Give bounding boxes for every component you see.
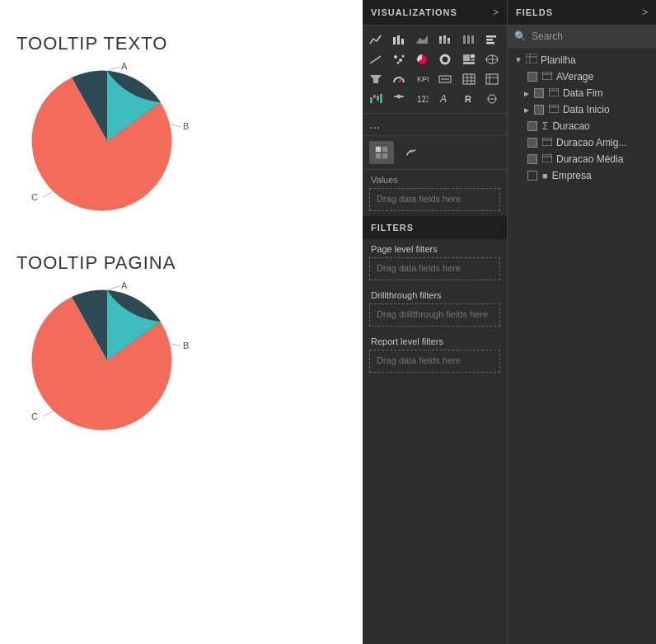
fields-chevron[interactable]: > xyxy=(642,7,648,18)
svg-rect-78 xyxy=(542,138,552,146)
svg-marker-40 xyxy=(370,75,382,83)
viz-icon-card[interactable] xyxy=(435,70,455,88)
field-average-name: AVerage xyxy=(556,71,593,82)
field-duracao-name: Duracao xyxy=(552,120,589,132)
viz-icons-grid: KPI 123 A R xyxy=(363,26,507,114)
svg-rect-34 xyxy=(463,54,470,61)
viz-values-label: Values xyxy=(363,170,507,186)
viz-icon-pie[interactable] xyxy=(412,50,432,68)
viz-icon-area[interactable] xyxy=(412,31,432,49)
list-item[interactable]: ► Data Inicio xyxy=(508,101,656,118)
viz-values-drop[interactable]: Drag data fields here xyxy=(369,188,500,211)
list-item[interactable]: AVerage xyxy=(508,68,656,85)
viz-icon-funnel[interactable] xyxy=(366,70,386,88)
drillthrough-filters-label: Drillthrough filters xyxy=(363,285,507,302)
report-level-filters-drop[interactable]: Drag data fields here xyxy=(369,350,500,373)
tooltip-texto-chart[interactable]: A B C xyxy=(16,63,198,228)
svg-rect-21 xyxy=(447,38,450,40)
tooltip-pagina-chart[interactable]: A B C xyxy=(16,282,198,447)
viz-icon-donut[interactable] xyxy=(435,50,455,68)
svg-rect-53 xyxy=(370,97,373,103)
svg-line-4 xyxy=(43,190,55,197)
viz-icon-number[interactable]: 123 xyxy=(412,90,432,108)
viz-icon-matrix[interactable] xyxy=(482,70,502,88)
viz-format-button[interactable] xyxy=(399,141,424,164)
field-empresa-name: Empresa xyxy=(552,170,592,181)
svg-rect-54 xyxy=(373,95,376,98)
viz-icon-hbar[interactable] xyxy=(482,31,502,49)
svg-line-0 xyxy=(107,67,119,71)
viz-icon-slicer[interactable] xyxy=(389,90,409,108)
viz-icon-treemap[interactable] xyxy=(459,50,479,68)
svg-text:C: C xyxy=(31,411,38,421)
checkbox-icon: ■ xyxy=(542,171,548,181)
svg-rect-16 xyxy=(439,40,442,44)
list-item[interactable]: Duracao Amig... xyxy=(508,134,656,151)
report-level-filters-label: Report level filters xyxy=(363,331,507,348)
svg-rect-27 xyxy=(486,42,494,45)
svg-rect-72 xyxy=(542,72,552,80)
field-check-duracaoamig xyxy=(527,138,537,148)
field-check-duracao xyxy=(527,121,537,131)
viz-fields-button[interactable] xyxy=(369,141,394,164)
svg-rect-80 xyxy=(542,154,552,162)
list-item[interactable]: Duracao Média xyxy=(508,151,656,167)
group-chevron-icon: ▼ xyxy=(514,55,522,64)
search-input[interactable] xyxy=(532,31,649,42)
viz-icon-bar[interactable] xyxy=(389,31,409,49)
viz-icon-gauge[interactable] xyxy=(389,70,409,88)
visualizations-chevron[interactable]: > xyxy=(493,7,499,18)
svg-text:C: C xyxy=(31,192,38,202)
list-item[interactable]: ► Data Fim xyxy=(508,85,656,101)
svg-text:A: A xyxy=(439,93,447,105)
viz-icon-r[interactable]: R xyxy=(459,90,479,108)
viz-icon-globe[interactable] xyxy=(482,90,502,108)
svg-rect-56 xyxy=(380,94,382,103)
svg-rect-24 xyxy=(471,35,474,44)
svg-rect-22 xyxy=(463,35,466,44)
fields-tree: ▼ Planilha AVerage ► xyxy=(508,48,656,644)
fields-search-bar[interactable]: 🔍 xyxy=(508,26,656,48)
search-icon: 🔍 xyxy=(514,31,527,42)
viz-icon-line2[interactable] xyxy=(366,50,386,68)
svg-point-30 xyxy=(399,59,402,62)
field-check-datafim xyxy=(534,88,544,98)
viz-icon-line[interactable] xyxy=(366,31,386,49)
svg-rect-35 xyxy=(471,54,475,58)
viz-icon-table[interactable] xyxy=(459,70,479,88)
filters-header: FILTERS xyxy=(363,216,507,239)
viz-icon-scatter[interactable] xyxy=(389,50,409,68)
page-level-filters-drop[interactable]: Drag data fields here xyxy=(369,257,500,280)
viz-icon-stacked-bar[interactable] xyxy=(435,31,455,49)
field-datainicio-name: Data Inicio xyxy=(563,104,610,115)
viz-icon-text[interactable]: A xyxy=(435,90,455,108)
svg-rect-55 xyxy=(377,96,379,101)
viz-icon-kpi[interactable]: KPI xyxy=(412,70,432,88)
list-item[interactable]: Σ Duracao xyxy=(508,118,656,134)
list-item[interactable]: ■ Empresa xyxy=(508,167,656,184)
svg-text:B: B xyxy=(183,121,189,131)
drillthrough-filters-drop[interactable]: Drag drillthrough fields here xyxy=(369,303,500,327)
svg-rect-14 xyxy=(401,39,404,45)
fields-title: FIELDS xyxy=(516,7,553,17)
svg-line-6 xyxy=(107,286,119,290)
svg-text:KPI: KPI xyxy=(417,75,429,83)
field-datafim-name: Data Fim xyxy=(563,87,603,99)
svg-rect-12 xyxy=(393,37,396,45)
svg-point-29 xyxy=(394,55,397,59)
fields-panel: FIELDS > 🔍 ▼ Planilha AVerage xyxy=(508,0,656,644)
viz-icon-100bar[interactable] xyxy=(459,31,479,49)
field-duracaomedia-name: Duracao Média xyxy=(556,153,623,165)
field-table-icon2 xyxy=(549,88,559,98)
field-table-icon4 xyxy=(542,138,552,148)
fields-group-planilha[interactable]: ▼ Planilha xyxy=(508,51,656,68)
fields-header: FIELDS > xyxy=(508,0,656,26)
field-check-empresa xyxy=(527,171,537,181)
viz-icon-waterfall[interactable] xyxy=(366,90,386,108)
filters-section: FILTERS Page level filters Drag data fie… xyxy=(363,216,507,644)
svg-rect-64 xyxy=(376,147,381,152)
page-level-filters-label: Page level filters xyxy=(363,239,507,256)
viz-icon-map[interactable] xyxy=(482,50,502,68)
svg-rect-17 xyxy=(439,36,442,40)
viz-more-button[interactable]: ... xyxy=(363,114,507,136)
